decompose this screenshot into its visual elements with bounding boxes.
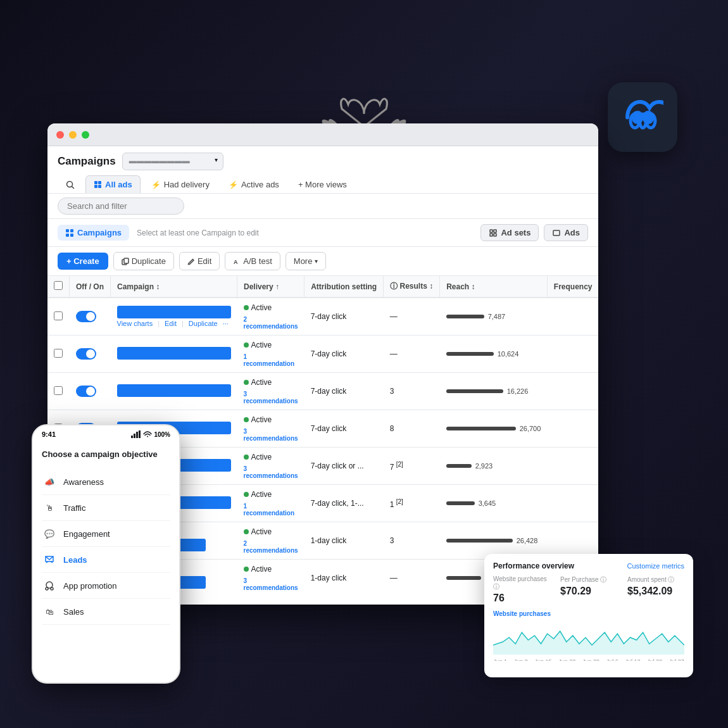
meta-logo-box	[608, 82, 677, 152]
levels-nav: Campaigns Select at least one Campaign t…	[47, 219, 598, 247]
toggle-switch[interactable]	[76, 386, 96, 397]
svg-rect-20	[66, 229, 69, 232]
row-checkbox[interactable]	[54, 311, 63, 320]
tab-had-delivery[interactable]: ⚡ Had delivery	[143, 175, 218, 193]
svg-rect-19	[98, 185, 101, 188]
perf-metric-per-purchase-label: Per Purchase ⓘ	[560, 575, 617, 584]
mobile-signal: 100%	[131, 430, 170, 438]
edit-button[interactable]: Edit	[179, 252, 220, 270]
campaigns-header: Campaigns ▬▬▬▬▬▬▬▬ ▾	[47, 146, 598, 194]
duplicate-link[interactable]: Duplicate	[189, 320, 218, 327]
create-button[interactable]: + Create	[58, 253, 108, 270]
cam-tabs: All ads ⚡ Had delivery ⚡ Active ads + Mo…	[58, 175, 588, 193]
campaign-dropdown[interactable]: ▬▬▬▬▬▬▬▬ ▾	[122, 153, 223, 170]
search-bar	[47, 194, 598, 219]
level-campaigns-label: Campaigns	[77, 228, 122, 237]
objective-sales[interactable]: 🛍 Sales	[42, 599, 170, 625]
toolbar: + Create Duplicate Edit A A/B test	[47, 247, 598, 276]
reach-bar	[446, 315, 484, 318]
performance-chart: Website purchases Jun 1 Jun 8 Jun 15 Jun…	[493, 610, 684, 661]
tab-active-ads[interactable]: ⚡ Active ads	[220, 175, 287, 193]
svg-rect-35	[139, 430, 141, 438]
mobile-content: Choose a campaign objective 📣 Awareness …	[33, 441, 179, 634]
page-title: Campaigns	[58, 155, 116, 168]
col-campaign: Campaign ↕	[111, 276, 237, 298]
objective-engagement[interactable]: 💬 Engagement	[42, 521, 170, 547]
ab-test-button[interactable]: A A/B test	[225, 252, 280, 270]
perf-customize[interactable]: Customize metrics	[627, 562, 684, 570]
results-cell: —	[384, 298, 440, 336]
date-jun15: Jun 15	[534, 658, 551, 661]
date-jun22: Jun 22	[558, 658, 575, 661]
row-checkbox-cell[interactable]	[47, 298, 70, 336]
mobile-status-bar: 9:41 100%	[33, 425, 179, 441]
more-icon[interactable]: ···	[223, 320, 229, 327]
date-jun29: Jun 29	[582, 658, 599, 661]
leads-label: Leads	[63, 555, 87, 565]
level-ads-label: Ads	[564, 228, 580, 237]
objective-leads[interactable]: Leads	[42, 547, 170, 573]
duplicate-button[interactable]: Duplicate	[113, 252, 174, 270]
chart-svg	[493, 620, 684, 655]
svg-line-41	[51, 587, 52, 588]
row-checkbox[interactable]	[54, 386, 63, 395]
objective-awareness[interactable]: 📣 Awareness	[42, 469, 170, 495]
col-reach: Reach ↕	[440, 276, 548, 298]
objective-traffic[interactable]: 🖱 Traffic	[42, 495, 170, 521]
app-promotion-icon	[42, 578, 57, 593]
date-jun8: Jun 8	[514, 658, 528, 661]
perf-metrics: Website purchases ⓘ 76 Per Purchase ⓘ $7…	[493, 575, 684, 604]
svg-rect-16	[94, 181, 97, 184]
close-button-dot[interactable]	[56, 131, 64, 139]
svg-line-40	[47, 587, 48, 588]
more-button[interactable]: More ▾	[286, 252, 327, 270]
minimize-button-dot[interactable]	[69, 131, 77, 139]
campaign-name-cell: View charts | Edit | Duplicate ···	[111, 298, 237, 336]
col-checkbox[interactable]	[47, 276, 70, 298]
svg-rect-34	[136, 432, 138, 438]
date-jun1: Jun 1	[493, 658, 507, 661]
select-all-checkbox[interactable]	[54, 281, 63, 290]
tab-all-ads[interactable]: All ads	[85, 175, 141, 193]
tab-had-delivery-label: Had delivery	[164, 180, 210, 189]
browser-titlebar	[47, 123, 598, 146]
sales-label: Sales	[63, 607, 84, 617]
table-row: View charts | Edit | Duplicate ··· Activ…	[47, 298, 598, 336]
svg-rect-28	[553, 230, 560, 235]
svg-rect-26	[490, 234, 493, 236]
svg-rect-22	[66, 234, 69, 237]
edit-hint: Select at least one Campaign to edit	[137, 229, 259, 237]
svg-rect-27	[494, 234, 496, 236]
toggle-switch[interactable]	[76, 348, 96, 360]
ab-test-label: A/B test	[243, 256, 272, 266]
level-ads[interactable]: Ads	[544, 224, 588, 241]
toggle-cell[interactable]	[70, 298, 111, 336]
search-input[interactable]	[58, 198, 184, 215]
level-campaigns[interactable]: Campaigns	[58, 225, 129, 241]
chart-dates: Jun 1 Jun 8 Jun 15 Jun 22 Jun 29 Jul 6 J…	[493, 658, 684, 661]
row-checkbox[interactable]	[54, 349, 63, 358]
objective-app-promotion[interactable]: App promotion	[42, 573, 170, 599]
traffic-icon: 🖱	[42, 500, 57, 515]
sales-icon: 🛍	[42, 604, 57, 619]
app-promotion-label: App promotion	[63, 581, 117, 591]
date-jul6: Jul 6	[606, 658, 618, 661]
level-adsets[interactable]: Ad sets	[480, 224, 539, 241]
tab-search[interactable]	[58, 176, 83, 193]
perf-metric-amount-spent: Amount spent ⓘ $5,342.09	[627, 575, 684, 604]
inline-toolbar: View charts | Edit | Duplicate ···	[117, 320, 231, 327]
table-row: Active1 recommendation 7-day click — 10,…	[47, 336, 598, 373]
edit-link[interactable]: Edit	[165, 320, 177, 327]
reach-cell: 7,487	[440, 298, 548, 336]
mobile-phone: 9:41 100% Choose a campaign objective 📣 …	[32, 424, 180, 684]
attribution-cell: 7-day click	[304, 298, 384, 336]
col-attribution: Attribution setting	[304, 276, 384, 298]
maximize-button-dot[interactable]	[82, 131, 89, 139]
col-results: ⓘ Results ↕	[384, 276, 440, 298]
svg-line-15	[72, 186, 74, 188]
view-charts-link[interactable]: View charts	[117, 320, 153, 327]
svg-rect-18	[94, 185, 97, 188]
tab-more-views[interactable]: + More views	[290, 175, 355, 193]
toggle-switch[interactable]	[76, 311, 96, 322]
chart-label: Website purchases	[493, 610, 684, 617]
